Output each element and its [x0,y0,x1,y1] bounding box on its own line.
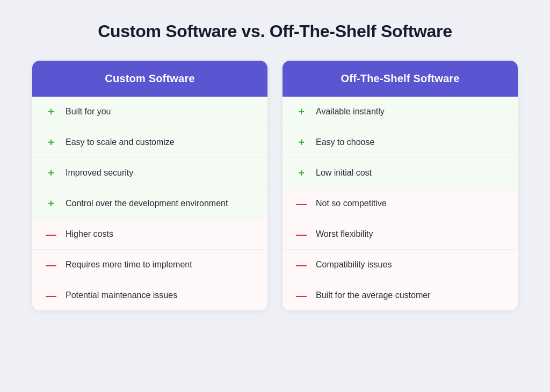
plus-icon: + [295,137,307,148]
item-text: Built for the average customer [316,291,430,300]
list-item: —Compatibility issues [283,250,518,280]
item-text: Requires more time to implement [66,260,192,270]
plus-icon: + [295,168,307,178]
minus-icon: — [295,259,307,270]
item-text: Easy to choose [316,137,374,147]
minus-icon: — [295,198,307,209]
item-text: Control over the development environment [66,199,228,208]
plus-icon: + [295,106,307,117]
list-item: +Control over the development environmen… [32,188,267,219]
list-item: —Requires more time to implement [32,250,267,280]
minus-icon: — [45,259,57,270]
list-item: —Higher costs [32,219,267,250]
item-text: Available instantly [316,107,385,117]
item-text: Compatibility issues [316,260,392,270]
minus-icon: — [45,229,57,239]
column-header-text-offshelf: Off-The-Shelf Software [341,72,459,84]
list-item: +Improved security [32,158,267,188]
minus-icon: — [45,290,57,301]
item-text: Improved security [66,168,133,178]
list-item: +Easy to choose [283,127,518,158]
list-item: —Not so competitive [283,188,518,219]
list-item: —Worst flexibility [283,219,518,250]
list-item: +Built for you [32,97,267,127]
plus-icon: + [45,168,57,178]
column-body-offshelf: +Available instantly+Easy to choose+Low … [283,97,518,310]
list-item: —Built for the average customer [283,280,518,310]
item-text: Potential maintenance issues [66,291,177,300]
item-text: Built for you [66,107,111,117]
item-text: Worst flexibility [316,229,373,239]
column-custom: Custom Software+Built for you+Easy to sc… [32,61,267,310]
minus-icon: — [295,290,307,301]
list-item: —Potential maintenance issues [32,280,267,310]
plus-icon: + [45,106,57,117]
item-text: Higher costs [66,229,113,239]
column-header-text-custom: Custom Software [105,72,194,84]
column-offshelf: Off-The-Shelf Software+Available instant… [283,61,518,310]
minus-icon: — [295,229,307,239]
item-text: Easy to scale and customize [66,137,175,147]
column-header-offshelf: Off-The-Shelf Software [283,61,518,97]
list-item: +Easy to scale and customize [32,127,267,158]
item-text: Not so competitive [316,199,387,208]
plus-icon: + [45,137,57,148]
column-body-custom: +Built for you+Easy to scale and customi… [32,97,267,310]
plus-icon: + [45,198,57,209]
page-wrapper: Custom Software vs. Off-The-Shelf Softwa… [0,0,550,392]
column-header-custom: Custom Software [32,61,267,97]
main-title: Custom Software vs. Off-The-Shelf Softwa… [98,21,452,41]
comparison-grid: Custom Software+Built for you+Easy to sc… [32,61,518,310]
list-item: +Available instantly [283,97,518,127]
item-text: Low initial cost [316,168,372,178]
list-item: +Low initial cost [283,158,518,188]
